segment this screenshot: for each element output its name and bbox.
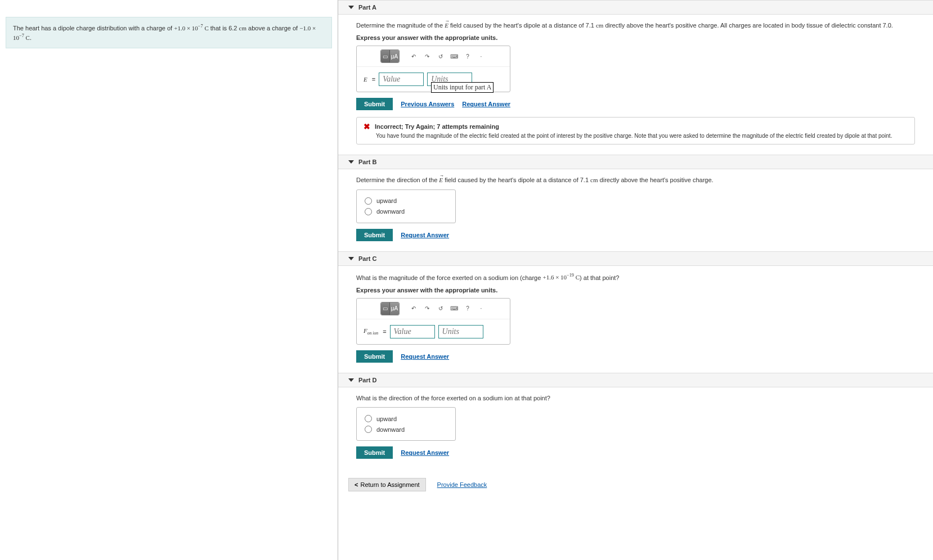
footer-row: < Return to Assignment Provide Feedback	[348, 478, 933, 491]
part-a-title: Part A	[358, 4, 376, 11]
problem-text-mid1: that is 6.2	[209, 25, 239, 31]
part-d-header[interactable]: Part D	[338, 373, 933, 387]
problem-text-mid2: above a charge of	[246, 25, 299, 31]
return-label: Return to Assignment	[360, 481, 419, 488]
equals-sign: =	[383, 328, 386, 335]
chevron-left-icon: <	[355, 481, 358, 488]
part-b-submit-button[interactable]: Submit	[356, 229, 393, 241]
part-b-prompt: Determine the direction of the E field c…	[356, 176, 915, 184]
part-b-options: upward downward	[356, 189, 456, 223]
part-a-header[interactable]: Part A	[338, 0, 933, 15]
part-a-prompt: Determine the magnitude of the E field c…	[356, 21, 915, 30]
equals-sign: =	[372, 76, 375, 83]
incorrect-icon: ✖	[364, 122, 370, 131]
collapse-icon	[348, 257, 354, 260]
part-d-submit-row: Submit Request Answer	[356, 446, 915, 459]
answer-toolbar: ▭ μA ↶ ↷ ↺ ⌨ ? ·	[357, 46, 510, 67]
keyboard-icon[interactable]: ⌨	[449, 304, 459, 314]
return-to-assignment-button[interactable]: < Return to Assignment	[348, 478, 426, 491]
feedback-title: Incorrect; Try Again; 7 attempts remaini…	[375, 123, 499, 130]
option-label: downward	[376, 426, 405, 433]
part-c-submit-row: Submit Request Answer	[356, 350, 915, 363]
part-c-var-label: Fon ion	[364, 327, 378, 336]
reset-icon[interactable]: ↺	[436, 304, 446, 314]
request-answer-link[interactable]: Request Answer	[401, 449, 449, 456]
radio-downward[interactable]	[365, 426, 372, 433]
templates-icon[interactable]: ▭	[381, 50, 390, 62]
more-icon[interactable]: ·	[476, 51, 486, 61]
part-b-title: Part B	[358, 159, 376, 165]
part-d-submit-button[interactable]: Submit	[356, 446, 393, 459]
part-d-body: What is the direction of the force exert…	[338, 387, 933, 469]
undo-icon[interactable]: ↶	[409, 304, 419, 314]
option-label: upward	[376, 197, 397, 204]
greek-icon[interactable]: μA	[390, 302, 399, 315]
part-d-option-upward[interactable]: upward	[365, 413, 405, 424]
radio-upward[interactable]	[365, 197, 372, 205]
problem-text-end: .	[30, 34, 32, 41]
part-a-submit-row: Submit Previous Answers Request Answer	[356, 98, 915, 110]
e-vector-symbol: E	[445, 22, 448, 29]
part-b-body: Determine the direction of the E field c…	[338, 169, 933, 251]
part-c-header[interactable]: Part C	[338, 251, 933, 266]
part-c-submit-button[interactable]: Submit	[356, 350, 393, 363]
collapse-icon	[348, 378, 354, 382]
greek-icon[interactable]: μA	[390, 50, 399, 62]
toolbar-templates-group: ▭ μA	[380, 49, 400, 63]
part-d-options: upward downward	[356, 407, 456, 441]
request-answer-link[interactable]: Request Answer	[462, 101, 510, 107]
charge-positive: +1.0 × 10−7 C	[174, 25, 209, 31]
keyboard-icon[interactable]: ⌨	[449, 51, 459, 61]
part-b-header[interactable]: Part B	[338, 155, 933, 169]
part-c-express: Express your answer with the appropriate…	[356, 287, 915, 293]
part-c-units-input[interactable]	[438, 325, 483, 338]
request-answer-link[interactable]: Request Answer	[401, 232, 449, 238]
part-d-prompt: What is the direction of the force exert…	[356, 394, 915, 403]
part-a-var-label: E	[364, 76, 367, 83]
units-tooltip: Units input for part A	[431, 82, 494, 93]
radio-downward[interactable]	[365, 208, 372, 215]
problem-panel: The heart has a dipole charge distributi…	[0, 0, 338, 560]
answer-toolbar: ▭ μA ↶ ↷ ↺ ⌨ ? ·	[357, 299, 510, 319]
help-icon[interactable]: ?	[463, 304, 473, 314]
part-a-body: Determine the magnitude of the E field c…	[338, 15, 933, 155]
previous-answers-link[interactable]: Previous Answers	[401, 101, 454, 107]
more-icon[interactable]: ·	[476, 304, 486, 314]
distance-unit: cm	[239, 25, 246, 31]
part-b-option-upward[interactable]: upward	[365, 196, 405, 206]
part-c-body: What is the magnitude of the force exert…	[338, 266, 933, 373]
part-a-answer-box: ▭ μA ↶ ↷ ↺ ⌨ ? · E = Units input for par…	[356, 46, 510, 92]
part-c-answer-box: ▭ μA ↶ ↷ ↺ ⌨ ? · Fon ion =	[356, 298, 510, 345]
part-c-title: Part C	[358, 255, 376, 262]
part-b-option-downward[interactable]: downward	[365, 206, 405, 217]
part-a-feedback: ✖ Incorrect; Try Again; 7 attempts remai…	[356, 117, 915, 144]
feedback-text: You have found the magnitude of the elec…	[376, 132, 908, 139]
undo-icon[interactable]: ↶	[409, 51, 419, 61]
request-answer-link[interactable]: Request Answer	[401, 353, 449, 360]
redo-icon[interactable]: ↷	[422, 51, 432, 61]
toolbar-templates-group: ▭ μA	[380, 302, 400, 315]
redo-icon[interactable]: ↷	[422, 304, 432, 314]
e-vector-symbol: E	[439, 177, 443, 183]
reset-icon[interactable]: ↺	[436, 51, 446, 61]
part-c-prompt: What is the magnitude of the force exert…	[356, 273, 915, 282]
help-icon[interactable]: ?	[463, 51, 473, 61]
collapse-icon	[348, 160, 354, 164]
part-b-submit-row: Submit Request Answer	[356, 229, 915, 241]
part-a-submit-button[interactable]: Submit	[356, 98, 393, 110]
part-d-title: Part D	[358, 377, 376, 383]
option-label: downward	[376, 208, 405, 215]
answer-panel: Part A Determine the magnitude of the E …	[338, 0, 933, 560]
problem-statement: The heart has a dipole charge distributi…	[6, 17, 332, 48]
option-label: upward	[376, 416, 397, 422]
part-c-answer-row: Fon ion =	[357, 319, 510, 344]
part-d-option-downward[interactable]: downward	[365, 424, 405, 435]
templates-icon[interactable]: ▭	[381, 302, 390, 315]
radio-upward[interactable]	[365, 415, 372, 422]
ion-charge: +1.6 × 10−19 C	[542, 274, 580, 281]
part-a-express: Express your answer with the appropriate…	[356, 34, 915, 41]
part-a-value-input[interactable]	[379, 73, 424, 86]
part-c-value-input[interactable]	[390, 325, 435, 338]
collapse-icon	[348, 6, 354, 9]
provide-feedback-link[interactable]: Provide Feedback	[437, 481, 487, 488]
